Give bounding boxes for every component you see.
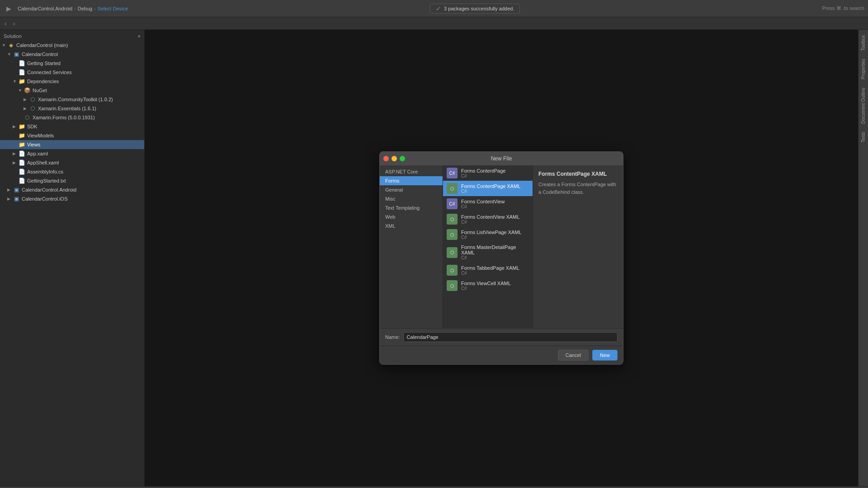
tree-item-gettingstarted-txt[interactable]: 📄 GettingStarted.txt	[0, 176, 144, 185]
file-type: C#	[461, 189, 529, 194]
play-button[interactable]: ▶	[4, 3, 14, 14]
tree-item-dependencies[interactable]: ▼ 📁 Dependencies	[0, 77, 144, 86]
file-name: Forms ViewCell XAML	[461, 281, 529, 286]
project-icon: ▣	[13, 186, 20, 193]
tree-item-assemblyinfo[interactable]: 📄 AssemblyInfo.cs	[0, 167, 144, 176]
category-aspnet[interactable]: ASP.NET Core	[380, 167, 443, 176]
file-item-contentview[interactable]: C# Forms ContentView C#	[443, 196, 533, 211]
file-type-icon: C#	[447, 168, 458, 178]
viewmodels-label: ViewModels	[27, 133, 54, 138]
forward-button[interactable]: ›	[10, 18, 18, 29]
category-misc[interactable]: Misc	[380, 194, 443, 203]
file-type-icon: C#	[447, 198, 458, 209]
cancel-button[interactable]: Cancel	[558, 350, 589, 361]
expand-arrow: ▼	[2, 43, 7, 47]
appshell-label: AppShell.xaml	[27, 160, 59, 165]
folder-icon: 📁	[18, 141, 25, 148]
detail-title: Forms ContentPage XAML	[538, 171, 618, 177]
tree-item-ios[interactable]: ▶ ▣ CalendarControl.iOS	[0, 194, 144, 203]
right-tab-properties[interactable]: Properties	[859, 55, 868, 83]
modal-body: ASP.NET Core Forms General Misc Text Tem…	[380, 165, 623, 328]
sidebar: Solution × ▼ ◈ CalendarControl (main) ▼ …	[0, 30, 145, 486]
name-input[interactable]	[403, 332, 618, 342]
file-list: C# Forms ContentPage C# ⬡ Forms ContentP…	[443, 165, 533, 328]
tree-item-nuget[interactable]: ▼ 📦 NuGet	[0, 86, 144, 95]
tree-item-app-xaml[interactable]: ▶ 📄 App.xaml	[0, 149, 144, 158]
file-type: C#	[461, 220, 529, 225]
category-general[interactable]: General	[380, 185, 443, 194]
status-text: 3 packages successfully added.	[444, 6, 514, 11]
file-item-contentview-xaml[interactable]: ⬡ Forms ContentView XAML C#	[443, 211, 533, 227]
file-icon: 📄	[18, 177, 25, 184]
category-xml[interactable]: XML	[380, 221, 443, 230]
file-info: Forms ViewCell XAML C#	[461, 281, 529, 291]
folder-icon: 📁	[18, 132, 25, 139]
bottom-bar: ⊗ Errors ⚙ Build Output ✓ Tasks ▣ Packag…	[0, 486, 868, 488]
tree-item-sdk[interactable]: ▶ 📁 SDK	[0, 122, 144, 131]
content-area: New File ASP.NET Core Forms General Misc…	[145, 30, 858, 486]
file-item-viewcell-xaml[interactable]: ⬡ Forms ViewCell XAML C#	[443, 278, 533, 293]
right-tab-document-outline[interactable]: Document Outline	[859, 84, 868, 127]
category-web[interactable]: Web	[380, 212, 443, 221]
ref-icon: ⬡	[29, 105, 36, 112]
pkg1-label: Xamarin.CommunityToolkit (1.0.2)	[38, 97, 113, 102]
modal-minimize-button[interactable]	[392, 156, 397, 161]
search-area[interactable]: Press ⌘. to search	[822, 5, 864, 11]
tree-item-connected-services[interactable]: 📄 Connected Services	[0, 68, 144, 77]
file-info: Forms ContentView C#	[461, 199, 529, 209]
breadcrumb-project: CalendarControl.Android	[18, 6, 72, 11]
file-type: C#	[461, 286, 529, 291]
tree-item-viewmodels[interactable]: 📁 ViewModels	[0, 131, 144, 140]
breadcrumb-device[interactable]: Select Device	[98, 6, 128, 11]
project-name: CalendarControl	[22, 52, 58, 57]
back-button[interactable]: ‹	[2, 18, 9, 29]
file-info: Forms ContentPage XAML C#	[461, 183, 529, 194]
file-type-icon: ⬡	[447, 229, 458, 240]
tree-item-calendar-control[interactable]: ▼ ▣ CalendarControl	[0, 50, 144, 59]
file-type: C#	[461, 204, 529, 209]
expand-arrow: ▼	[13, 79, 18, 84]
sdk-label: SDK	[27, 124, 38, 129]
detail-panel: Forms ContentPage XAML Creates a Forms C…	[533, 165, 623, 328]
main-layout: Solution × ▼ ◈ CalendarControl (main) ▼ …	[0, 30, 868, 486]
ios-label: CalendarControl.iOS	[22, 196, 68, 202]
file-item-contentpage[interactable]: C# Forms ContentPage C#	[443, 165, 533, 181]
tree-item-pkg3[interactable]: ⬡ Xamarin.Forms (5.0.0.1931)	[0, 113, 144, 122]
sidebar-close-icon[interactable]: ×	[138, 33, 141, 39]
tree-item-appshell[interactable]: ▶ 📄 AppShell.xaml	[0, 158, 144, 167]
status-pill: ✓ 3 packages successfully added.	[430, 4, 520, 14]
tree-item-solution[interactable]: ▼ ◈ CalendarControl (main)	[0, 41, 144, 50]
file-item-contentpage-xaml[interactable]: ⬡ Forms ContentPage XAML C#	[443, 181, 533, 196]
file-type-icon: ⬡	[447, 265, 458, 276]
tree-item-views[interactable]: 📁 Views	[0, 140, 144, 149]
file-icon: 📄	[18, 168, 25, 175]
file-item-tabbedpage-xaml[interactable]: ⬡ Forms TabbedPage XAML C#	[443, 263, 533, 278]
nuget-label: NuGet	[33, 88, 47, 93]
tree-item-getting-started[interactable]: 📄 Getting Started	[0, 59, 144, 68]
tree-item-pkg2[interactable]: ▶ ⬡ Xamarin.Essentials (1.6.1)	[0, 104, 144, 113]
status-icon: ✓	[436, 5, 441, 12]
expand-arrow: ▶	[7, 188, 13, 192]
right-tab-toolbox[interactable]: Toolbox	[859, 32, 868, 54]
right-tab-tests[interactable]: Tests	[859, 128, 868, 146]
expand-arrow: ▶	[13, 124, 18, 129]
category-text-templating[interactable]: Text Templating	[380, 203, 443, 212]
file-name: Forms ListViewPage XAML	[461, 230, 529, 235]
category-forms[interactable]: Forms	[380, 176, 443, 185]
nav-tabs: ‹ ›	[0, 17, 868, 30]
folder-icon: 📁	[18, 78, 25, 85]
modal-close-button[interactable]	[383, 156, 389, 161]
file-item-listviewpage-xaml[interactable]: ⬡ Forms ListViewPage XAML C#	[443, 227, 533, 242]
project-icon: ▣	[13, 195, 20, 202]
tree-item-pkg1[interactable]: ▶ ⬡ Xamarin.CommunityToolkit (1.0.2)	[0, 95, 144, 104]
tree-item-android[interactable]: ▶ ▣ CalendarControl.Android	[0, 185, 144, 194]
pkg3-label: Xamarin.Forms (5.0.0.1931)	[33, 115, 95, 120]
file-name: Forms ContentPage	[461, 168, 529, 174]
modal-maximize-button[interactable]	[400, 156, 405, 161]
file-item-masterdetailpage-xaml[interactable]: ⬡ Forms MasterDetailPage XAML C#	[443, 242, 533, 263]
file-name: Forms MasterDetailPage XAML	[461, 244, 529, 255]
new-button[interactable]: New	[592, 350, 618, 361]
file-info: Forms ContentPage C#	[461, 168, 529, 178]
file-info: Forms MasterDetailPage XAML C#	[461, 244, 529, 260]
modal-window-controls	[383, 156, 405, 161]
